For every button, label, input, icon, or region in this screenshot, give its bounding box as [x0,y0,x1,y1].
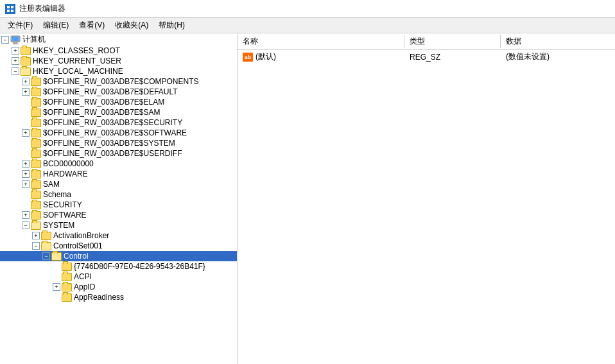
menu-bar: 文件(F) 编辑(E) 查看(V) 收藏夹(A) 帮助(H) [0,18,615,33]
expand-sam[interactable]: + [22,180,30,188]
tree-node-hkcr[interactable]: + HKEY_CLASSES_ROOT [0,46,237,56]
tree-node-control[interactable]: − Control [0,251,237,261]
tree-node-offline-elam[interactable]: $OFFLINE_RW_003ADB7E$ELAM [0,97,237,107]
expand-offline-sw[interactable]: + [22,129,30,137]
menu-help[interactable]: 帮助(H) [153,19,190,32]
hkcr-label: HKEY_CLASSES_ROOT [33,46,120,55]
menu-view[interactable]: 查看(V) [74,19,110,32]
offline-sys-label: $OFFLINE_RW_003ADB7E$SYSTEM [43,139,175,148]
expand-software[interactable]: + [22,211,30,219]
folder-icon-control [51,252,62,261]
svg-rect-7 [13,42,17,44]
expand-hklm[interactable]: − [12,67,19,75]
tree-node-offline-def[interactable]: + $OFFLINE_RW_003ADB7E$DEFAULT [0,87,237,97]
folder-icon-appid [62,283,72,291]
offline-ud-label: $OFFLINE_RW_003ADB7E$USERDIFF [43,149,182,158]
folder-icon-software [31,211,41,220]
folder-icon-offline-sw [31,129,41,137]
tree-node-offline-sys[interactable]: $OFFLINE_RW_003ADB7E$SYSTEM [0,138,237,148]
expand-appid[interactable]: + [53,283,60,291]
appreadiness-label: AppReadiness [74,293,124,302]
folder-icon-security [31,201,41,209]
cell-type-default: REG_SZ [404,52,501,62]
hardware-label: HARDWARE [43,169,88,178]
tree-node-hkcu[interactable]: + HKEY_CURRENT_USER [0,56,237,66]
col-header-name: 名称 [238,35,404,48]
expand-bcd[interactable]: + [22,160,30,168]
menu-favorites[interactable]: 收藏夹(A) [110,19,153,32]
folder-icon-sam [31,180,41,189]
folder-icon-offline-elam [31,98,41,107]
tree-node-offline-ud[interactable]: $OFFLINE_RW_003ADB7E$USERDIFF [0,148,237,159]
tree-node-security[interactable]: SECURITY [0,200,237,210]
cell-data-default: (数值未设置) [501,51,615,63]
folder-icon-bcd [31,160,41,168]
expand-control[interactable]: − [42,252,50,260]
tree-panel[interactable]: − 计算机 + HKEY_CLASSES_ROOT + HKEY_C [0,33,238,364]
tree-node-appid[interactable]: + AppID [0,282,237,292]
expand-hkcu[interactable]: + [12,57,19,65]
appid-label: AppID [74,282,95,291]
folder-icon-offline-def [31,88,41,96]
folder-icon-offline-sec [31,119,41,127]
right-panel-header: 名称 类型 数据 [238,33,615,50]
sam-label: SAM [43,180,60,189]
tree-node-sam[interactable]: + SAM [0,179,237,189]
tree-node-offline-sw[interactable]: + $OFFLINE_RW_003ADB7E$SOFTWARE [0,128,237,138]
expand-offline-def[interactable]: + [22,88,30,96]
folder-icon-hklm [21,67,31,76]
col-header-data: 数据 [501,35,615,48]
offline-sam-label: $OFFLINE_RW_003ADB7E$SAM [43,108,160,117]
title-bar: 注册表编辑器 [0,0,615,18]
right-panel: 名称 类型 数据 ab (默认) REG_SZ (数值未设置) [238,33,615,364]
tree-node-computer[interactable]: − 计算机 [0,33,237,46]
menu-file[interactable]: 文件(F) [3,19,38,32]
cell-name-default: ab (默认) [238,51,404,63]
hklm-label: HKEY_LOCAL_MACHINE [33,67,123,76]
folder-icon-offline-comp [31,78,41,86]
offline-sec-label: $OFFLINE_RW_003ADB7E$SECURITY [43,118,182,127]
hkcu-label: HKEY_CURRENT_USER [33,56,121,65]
folder-icon-hkcr [21,47,31,55]
computer-label: 计算机 [22,34,46,45]
menu-edit[interactable]: 编辑(E) [38,19,74,32]
folder-icon-activation [41,232,51,240]
tree-node-controlset001[interactable]: − ControlSet001 [0,241,237,251]
guid-label: {7746D80F-97E0-4E26-9543-26B41F} [74,262,205,271]
tree-node-guid[interactable]: {7746D80F-97E0-4E26-9543-26B41F} [0,261,237,272]
tree-node-system[interactable]: − SYSTEM [0,220,237,230]
tree-node-acpi[interactable]: ACPI [0,272,237,282]
expand-system[interactable]: − [22,221,30,229]
svg-rect-8 [12,44,19,44]
offline-def-label: $OFFLINE_RW_003ADB7E$DEFAULT [43,87,178,96]
tree-node-appreadiness[interactable]: AppReadiness [0,292,237,302]
expand-offline-comp[interactable]: + [22,78,30,85]
expand-hardware[interactable]: + [22,170,30,178]
acpi-label: ACPI [74,272,92,281]
tree-node-activation[interactable]: + ActivationBroker [0,230,237,241]
expand-activation[interactable]: + [32,232,40,239]
app-icon [5,4,15,14]
folder-icon-acpi [62,273,72,281]
tree-node-bcd[interactable]: + BCD00000000 [0,159,237,169]
activation-label: ActivationBroker [53,231,109,240]
tree-node-software[interactable]: + SOFTWARE [0,210,237,220]
tree-node-hardware[interactable]: + HARDWARE [0,169,237,179]
svg-rect-3 [7,10,10,12]
folder-icon-schema [31,191,41,199]
tree-node-hklm[interactable]: − HKEY_LOCAL_MACHINE [0,66,237,76]
controlset001-label: ControlSet001 [53,241,103,250]
expand-controlset001[interactable]: − [32,242,40,250]
registry-row-default[interactable]: ab (默认) REG_SZ (数值未设置) [238,50,615,64]
expand-hkcr[interactable]: + [12,47,19,55]
tree-node-offline-sec[interactable]: $OFFLINE_RW_003ADB7E$SECURITY [0,117,237,128]
tree-node-offline-comp[interactable]: + $OFFLINE_RW_003ADB7E$COMPONENTS [0,76,237,87]
folder-icon-offline-ud [31,150,41,158]
tree-node-offline-sam[interactable]: $OFFLINE_RW_003ADB7E$SAM [0,107,237,117]
expand-computer[interactable]: − [1,36,9,44]
offline-elam-label: $OFFLINE_RW_003ADB7E$ELAM [43,98,164,107]
offline-sw-label: $OFFLINE_RW_003ADB7E$SOFTWARE [43,128,187,137]
svg-rect-1 [7,6,10,8]
tree-node-schema[interactable]: Schema [0,189,237,200]
folder-icon-controlset001 [41,242,51,250]
